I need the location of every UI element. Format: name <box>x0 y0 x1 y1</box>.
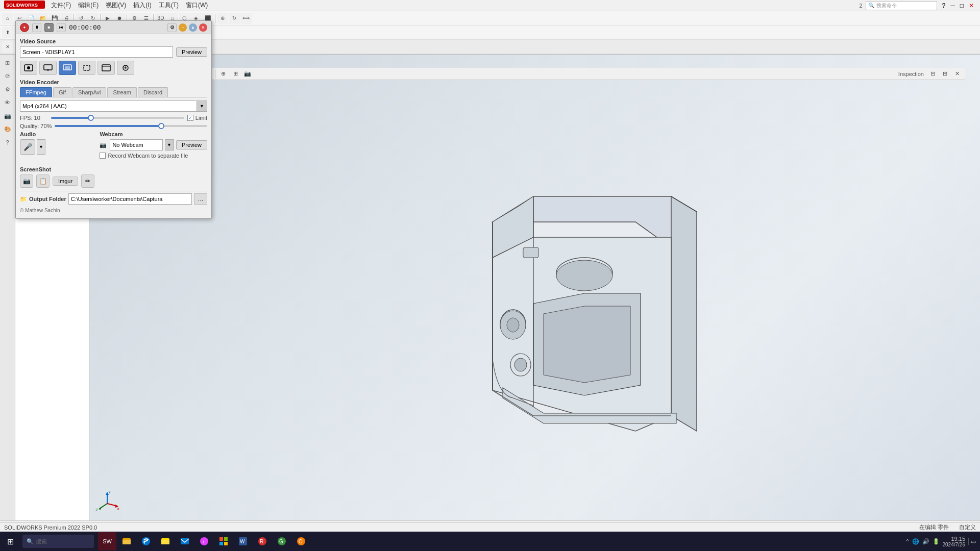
toolbar-rotate[interactable]: ↻ <box>229 13 240 24</box>
screenshot-clipboard-btn[interactable]: 📋 <box>36 174 50 188</box>
fps-slider-thumb[interactable] <box>88 115 94 121</box>
output-row: 📁 Output Folder … <box>20 191 207 207</box>
pause-button[interactable]: ⏸ <box>32 23 41 32</box>
tray-show-desktop[interactable]: ▭ <box>968 538 976 545</box>
taskbar-app-green[interactable]: G <box>273 532 291 550</box>
taskbar-app-edge[interactable] <box>137 532 155 550</box>
quality-slider-fill <box>55 125 161 127</box>
record-button[interactable]: ● <box>20 23 29 32</box>
source-game-btn[interactable] <box>117 61 134 75</box>
source-screen-btn[interactable] <box>59 61 76 75</box>
sidebar-help[interactable]: ? <box>2 136 14 148</box>
taskbar-app-music[interactable]: ♪ <box>195 532 213 550</box>
enc-tab-sharpavi[interactable]: SharpAvi <box>72 87 106 97</box>
enc-tab-gif[interactable]: Gif <box>53 87 71 97</box>
enc-tab-discard[interactable]: Discard <box>138 87 168 97</box>
taskbar-app-files[interactable] <box>156 532 175 550</box>
enc-tab-stream[interactable]: Stream <box>107 87 136 97</box>
tray-volume[interactable]: 🔊 <box>922 538 929 545</box>
tray-battery[interactable]: 🔋 <box>933 538 940 545</box>
source-input[interactable] <box>20 46 173 58</box>
vt-camera[interactable]: 📷 <box>242 68 253 80</box>
webcam-preview-btn[interactable]: Preview <box>176 140 207 149</box>
svg-point-10 <box>556 260 612 291</box>
vt-grid[interactable]: ⊞ <box>230 68 241 80</box>
sidebar-config[interactable]: ⚙ <box>2 83 14 95</box>
taskbar-search[interactable]: 🔍 <box>22 535 94 548</box>
axis-indicator: Y X Z <box>94 491 120 518</box>
taskbar-app-mail[interactable] <box>176 532 194 550</box>
menu-view[interactable]: 视图(V) <box>103 0 129 11</box>
imgur-btn[interactable]: Imgur <box>53 177 78 186</box>
screenshot-capture-btn[interactable]: 📷 <box>20 174 33 188</box>
skip-button[interactable]: ⏭ <box>57 23 66 32</box>
format-select[interactable]: Mp4 (x264 | AAC) <box>20 101 197 112</box>
menu-edit[interactable]: 编辑(E) <box>75 0 102 11</box>
sidebar-cam[interactable]: 📷 <box>2 110 14 122</box>
record-webcam-check[interactable]: Record Webcam to separate file <box>100 153 207 159</box>
menu-file[interactable]: 文件(F) <box>48 0 74 11</box>
help-icon[interactable]: ? <box>940 2 948 9</box>
sidebar-appearance[interactable]: 🎨 <box>2 123 14 135</box>
vt-magnify[interactable]: ⊕ <box>217 68 229 80</box>
vt-right-panel[interactable]: ⊟ <box>927 68 938 80</box>
tb-delete-face[interactable]: ✕ <box>2 41 13 53</box>
audio-mic-btn[interactable]: 🎤 <box>20 139 35 155</box>
taskbar-start-btn[interactable]: ⊞ <box>0 532 20 551</box>
taskbar-app-store[interactable] <box>214 532 233 550</box>
svg-rect-39 <box>84 65 90 70</box>
clock[interactable]: 19:15 2024/7/26 <box>943 536 966 547</box>
limit-checkbox[interactable]: ✓ <box>187 115 193 121</box>
taskbar-app-explorer[interactable] <box>117 532 136 550</box>
toolbar-home[interactable]: ⌂ <box>2 13 13 24</box>
audio-dropdown-btn[interactable]: ▼ <box>37 139 45 155</box>
output-path-input[interactable] <box>68 193 192 205</box>
tb-extrude[interactable]: ⬆ <box>2 27 13 38</box>
quality-slider-thumb[interactable] <box>158 123 164 129</box>
source-window-btn[interactable] <box>97 61 115 75</box>
sidebar-feature-manager[interactable]: ⊞ <box>2 57 14 69</box>
settings-btn-panel[interactable]: ⚙ <box>167 23 177 32</box>
svg-rect-55 <box>219 542 223 545</box>
menu-window[interactable]: 窗口(W) <box>183 0 211 11</box>
taskbar-app-sw[interactable]: SW <box>98 532 116 550</box>
taskbar-app-red[interactable]: R <box>253 532 272 550</box>
close-window-btn[interactable]: ✕ <box>967 2 976 9</box>
quality-slider-track[interactable] <box>55 125 207 127</box>
screenshot-edit-btn[interactable]: ✏ <box>81 174 94 188</box>
source-display-btn[interactable] <box>39 61 57 75</box>
menu-tools[interactable]: 工具(T) <box>156 0 182 11</box>
audio-webcam-row: Audio 🎤 ▼ Webcam 📷 No Webcam ▼ Preview <box>20 131 207 159</box>
menu-insert[interactable]: 插入(I) <box>130 0 154 11</box>
record-webcam-checkbox[interactable] <box>100 153 106 159</box>
tray-chevron[interactable]: ^ <box>906 538 909 544</box>
source-webcam-btn[interactable] <box>20 61 37 75</box>
output-browse-btn[interactable]: … <box>194 193 207 205</box>
preview-btn-source[interactable]: Preview <box>176 47 207 57</box>
separator-vt1 <box>215 69 215 79</box>
sidebar-display[interactable]: 👁 <box>2 96 14 109</box>
taskbar-app-word[interactable]: W <box>234 532 252 550</box>
search-box[interactable]: 🔍 搜索命令 <box>866 1 937 10</box>
panel-close-btn[interactable]: ✕ <box>199 23 207 32</box>
vt-right-panel2[interactable]: ⊞ <box>939 68 950 80</box>
stop-button[interactable]: ■ <box>44 23 54 32</box>
source-region-btn[interactable] <box>78 61 95 75</box>
svg-rect-20 <box>523 247 538 258</box>
minimize-window-btn[interactable]: ─ <box>948 2 957 9</box>
taskbar-app-orange[interactable]: O <box>292 532 310 550</box>
maximize-window-btn[interactable]: □ <box>958 2 966 9</box>
inspect-tab[interactable]: Inspection <box>896 71 926 77</box>
sidebar-property[interactable]: ℗ <box>2 70 14 82</box>
fps-slider-track[interactable] <box>51 117 184 119</box>
tray-network[interactable]: 🌐 <box>912 538 919 545</box>
panel-arrow-btn[interactable]: ▲ <box>189 23 197 32</box>
toolbar-snap[interactable]: ⊕ <box>217 13 228 24</box>
toolbar-mirror[interactable]: ⟺ <box>240 13 252 24</box>
webcam-select[interactable]: No Webcam <box>110 139 162 151</box>
enc-tab-ffmpeg[interactable]: FFmpeg <box>20 87 52 97</box>
limit-check[interactable]: ✓ Limit <box>187 115 207 121</box>
vt-close-panel[interactable]: ✕ <box>951 68 963 80</box>
panel-minimize-btn[interactable]: − <box>179 23 187 32</box>
taskbar-search-input[interactable] <box>36 538 87 544</box>
